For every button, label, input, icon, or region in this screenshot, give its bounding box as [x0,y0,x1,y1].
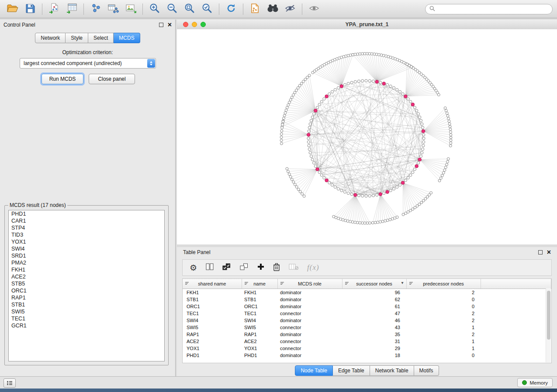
zoom-selected-button[interactable] [199,2,215,16]
scrollbar-thumb[interactable] [547,291,550,340]
memory-button[interactable]: Memory [517,378,553,387]
list-item[interactable]: SRD1 [9,252,164,259]
list-item[interactable]: FKH1 [9,266,164,273]
table-row[interactable]: FKH1FKH1dominator962 [183,289,551,296]
table-row[interactable]: SWI5SWI5connector431 [183,324,551,331]
toolbar-separator [219,3,219,15]
main-toolbar [0,0,557,18]
tab-mcds[interactable]: MCDS [114,33,140,43]
list-item[interactable]: ACE2 [9,273,164,280]
list-item[interactable]: RAP1 [9,294,164,301]
list-item[interactable]: STP4 [9,224,164,231]
tab-edge-table[interactable]: Edge Table [333,365,370,376]
close-panel-button[interactable]: Close panel [89,74,135,84]
close-panel-icon[interactable]: × [547,249,551,256]
network-window-titlebar: YPA_prune.txt_1 [177,20,557,30]
toolbar-separator [142,3,143,15]
toolbar-separator [42,3,42,15]
optimization-criterion-label: Optimization criterion: [0,49,175,55]
network-view-window: YPA_prune.txt_1 [177,20,557,244]
table-row[interactable]: ACE2ACE2connector311 [183,338,551,345]
close-panel-icon[interactable]: × [168,21,172,28]
column-type-icon [345,281,349,286]
float-panel-icon[interactable] [159,23,163,27]
deselect-all-button[interactable] [240,261,249,274]
table-row[interactable]: PHD1PHD1dominator180 [183,352,551,359]
network-image-icon [125,3,136,15]
tab-motifs[interactable]: Motifs [414,365,439,376]
add-column-button[interactable] [257,261,264,274]
zoom-in-button[interactable] [146,2,163,16]
list-item[interactable]: TEC1 [9,315,164,322]
zoom-fit-button[interactable] [181,2,198,16]
tab-network-table[interactable]: Network Table [370,365,414,376]
list-item[interactable]: PHD1 [9,210,164,217]
mcds-result-title: MCDS result (17 nodes) [8,202,67,208]
tab-style[interactable]: Style [66,33,88,43]
node-table-container: shared name name MCDS role successor nod… [182,279,552,363]
table-panel-header: Table Panel × [177,247,557,258]
list-item[interactable]: CAR1 [9,217,164,224]
search-icon [429,5,435,13]
table-row[interactable]: ORC1ORC1dominator610 [183,303,551,310]
app-window: Control Panel × Network Style Select MCD… [0,0,557,389]
column-header-successor-nodes[interactable]: successor nodes ▾ [342,279,406,289]
task-history-button[interactable] [3,378,16,388]
trash-icon [273,263,280,273]
list-item[interactable]: STB1 [9,301,164,308]
table-row[interactable]: RAP1RAP1dominator352 [183,331,551,338]
chevron-down-icon[interactable]: ▾ [401,280,403,285]
show-hidden-button[interactable] [306,2,322,16]
zoom-selected-icon [201,3,213,16]
table-row[interactable]: STB1STB1dominator620 [183,296,551,303]
show-columns-button[interactable] [206,261,214,274]
open-session-button[interactable] [4,2,21,16]
list-item[interactable]: SWI4 [9,245,164,252]
import-network-button[interactable] [46,2,62,16]
network-from-table-button[interactable] [105,2,121,16]
search-input[interactable] [437,6,548,13]
table-row[interactable]: SWI4SWI4dominator462 [183,317,551,324]
column-header-mcds-role[interactable]: MCDS role [277,279,342,289]
run-mcds-button[interactable]: Run MCDS [42,74,83,84]
list-item[interactable]: PMA2 [9,259,164,266]
list-item[interactable]: SWI5 [9,308,164,315]
zoom-out-button[interactable] [164,2,180,16]
refresh-icon [226,3,236,15]
table-row[interactable]: TEC1TEC1connector472 [183,310,551,317]
list-item[interactable]: STB5 [9,280,164,287]
table-settings-button[interactable]: ⚙ [190,261,197,274]
zoom-out-icon [166,3,178,16]
list-item[interactable]: GCR1 [9,322,164,329]
refresh-view-button[interactable] [223,2,239,16]
column-header-name[interactable]: name [242,279,277,289]
column-type-icon [409,281,413,286]
export-image-button[interactable] [122,2,139,16]
plus-icon [257,263,264,272]
import-table-button[interactable] [63,2,80,16]
hide-selected-button[interactable] [282,2,298,16]
column-header-shared-name[interactable]: shared name [183,279,242,289]
select-all-button[interactable] [222,261,231,274]
float-panel-icon[interactable] [538,250,543,254]
tab-network[interactable]: Network [35,33,66,43]
delete-column-button[interactable] [273,261,280,274]
table-row[interactable]: YOX1YOX1connector291 [183,345,551,352]
table-panel: Table Panel × ⚙ [177,247,557,376]
network-canvas[interactable] [177,29,557,244]
table-panel-tabs: Node Table Edge Table Network Table Moti… [177,365,557,376]
list-item[interactable]: ORC1 [9,287,164,294]
network-table-icon [107,3,119,15]
import-network-icon [48,3,60,15]
tab-node-table[interactable]: Node Table [295,365,333,376]
tab-select[interactable]: Select [88,33,114,43]
copy-style-button[interactable] [247,2,263,16]
search-network-button[interactable] [264,2,281,16]
save-session-button[interactable] [22,2,38,16]
column-header-predecessor-nodes[interactable]: predecessor nodes [406,279,481,289]
optimization-criterion-select[interactable]: largest connected component (undirected) [20,58,156,69]
table-scrollbar[interactable] [546,288,551,362]
list-item[interactable]: TID3 [9,231,164,238]
list-item[interactable]: YOX1 [9,238,164,245]
new-network-button[interactable] [87,2,104,16]
